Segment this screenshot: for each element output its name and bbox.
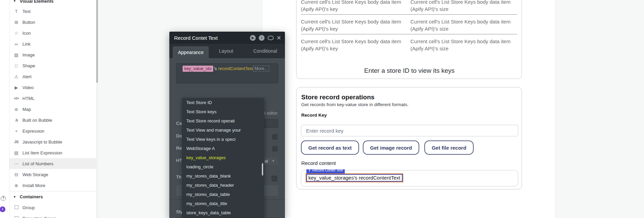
palette-item-image[interactable]: ▨Image [10, 49, 96, 60]
store-id-empty-message[interactable]: Enter a store ID to view its keys [296, 67, 522, 74]
key-cell-text[interactable]: Current cell's List Store Keys body data… [301, 18, 413, 32]
autocomplete-option[interactable]: my_stores_data_table [182, 190, 264, 199]
palette-item-video[interactable]: ▶Video [10, 82, 96, 93]
autocomplete-option[interactable]: my_stores_data_blank [182, 171, 264, 181]
comment-icon[interactable] [268, 36, 274, 40]
record-content-expression[interactable]: key_value_storages's recordContentText [306, 174, 403, 182]
property-label-fragment-2: Do [176, 133, 182, 138]
palette-item-icon[interactable]: ☆Icon [10, 28, 96, 38]
selected-text-element[interactable]: key_value_storages's recordContentText [306, 173, 403, 182]
store-card-subtitle[interactable]: Get records from key-value store in diff… [301, 102, 409, 107]
expression-field-token[interactable]: recordContentText [218, 66, 253, 71]
property-label-fragment-4: HT [176, 158, 182, 163]
dropdown-scrollbar-thumb[interactable] [262, 163, 263, 175]
palette-item-label: Icon [22, 31, 31, 36]
palette-item-label: Alert [22, 74, 32, 79]
palette-item-alert[interactable]: ⚠Alert [10, 71, 96, 82]
image-icon: ▨ [13, 52, 20, 57]
get-image-record-button[interactable]: Get image record [363, 140, 419, 155]
video-icon: ▶ [13, 85, 20, 90]
checkbox-2[interactable] [272, 146, 277, 151]
tab-layout[interactable]: Layout [213, 44, 240, 58]
record-key-label[interactable]: Record Key [301, 113, 327, 118]
expression-token-selected[interactable]: key_value_sto [183, 66, 213, 72]
key-cell-text[interactable]: Current cell's List Store Keys body data… [301, 38, 413, 52]
map-pin-icon: ⊚ [13, 107, 20, 112]
group-icon [13, 205, 20, 210]
text-icon: T [13, 9, 20, 14]
preview-play-icon[interactable]: ▶ [250, 35, 256, 41]
tab-conditional[interactable]: Conditional [248, 44, 282, 58]
autocomplete-option[interactable]: Text View and manage your [182, 125, 264, 135]
autocomplete-option[interactable]: my_stores_data_title [182, 199, 264, 208]
info-icon[interactable]: i [259, 35, 265, 41]
palette-section-label: Containers [20, 194, 43, 199]
record-content-label[interactable]: Record content [301, 160, 336, 166]
palette-item-web-storage[interactable]: ⊟Web Storage [10, 169, 96, 180]
help-icon[interactable]: ? [1, 196, 6, 201]
expression-more-button[interactable]: More... [253, 66, 269, 72]
palette-item-map[interactable]: ⊚Map [10, 104, 96, 115]
autocomplete-option[interactable]: Text Store keys [182, 107, 264, 116]
palette-item-javascript-to-bubble[interactable]: JSJavascript to Bubble [10, 136, 96, 147]
autocomplete-option[interactable]: Text Store record operati [182, 116, 264, 125]
app-edge-strip: ? I [0, 0, 10, 218]
get-record-as-text-button[interactable]: Get record as text [301, 140, 359, 155]
text-expression-field[interactable]: key_value_sto 's recordContentText More.… [176, 63, 278, 83]
palette-item-label: Text [22, 9, 31, 14]
size-cell-text[interactable]: Current cell's List Store Keys body data… [410, 18, 523, 32]
plus-icon: + [13, 129, 20, 134]
record-key-input[interactable] [301, 125, 518, 136]
store-record-operations-card[interactable]: Store record operations Get records from… [296, 87, 522, 189]
palette-item-html[interactable]: </>HTML [10, 93, 96, 104]
autocomplete-option[interactable]: Text Store ID [182, 98, 264, 107]
property-editor-titlebar[interactable]: Record Contet Text ▶ i × [169, 32, 285, 44]
checkbox-1[interactable] [272, 134, 277, 139]
autocomplete-option[interactable]: my_stores_data_header [182, 181, 264, 190]
palette-item-link[interactable]: ∞Link [10, 38, 96, 49]
palette-scrollbar[interactable] [96, 0, 98, 218]
text-element-icon: T [308, 169, 310, 172]
autocomplete-option[interactable]: store_keys_data_table [182, 208, 264, 217]
property-editor-body: key_value_sto 's recordContentText More.… [169, 58, 285, 218]
key-cell-text[interactable]: Current cell's List Store Keys body data… [301, 0, 413, 13]
clipboard-icon: ▤ [13, 150, 20, 155]
palette-section-header-containers[interactable]: ▼Containers [10, 191, 96, 202]
close-icon[interactable]: × [277, 35, 281, 41]
autocomplete-option[interactable]: WebStorage A [182, 144, 264, 153]
get-file-record-button[interactable]: Get file record [424, 140, 474, 155]
size-cell-text[interactable]: Current cell's List Store Keys body data… [410, 0, 523, 13]
repeating-group-icon [13, 216, 20, 218]
autocomplete-option[interactable]: loading_circle [182, 162, 264, 171]
property-label-fragment-5: Th [176, 174, 181, 180]
property-editor-window: Record Contet Text ▶ i × AppearanceLayou… [169, 32, 285, 218]
palette-item-label: Map [22, 107, 31, 112]
chevron-down-icon: ▼ [272, 157, 275, 165]
palette-item-list-of-numbers[interactable]: ⋯List of Numbers [10, 158, 96, 169]
palette-item-group[interactable]: Group [10, 202, 96, 213]
store-keys-card[interactable]: Enter a store ID to view its keys Curren… [296, 0, 522, 79]
autocomplete-option[interactable]: Text View keys in a speci [182, 135, 264, 144]
intercom-chat-icon[interactable]: I [0, 206, 5, 212]
palette-item-text[interactable]: TText [10, 6, 96, 17]
palette-item-button[interactable]: ⊞Button [10, 17, 96, 28]
autocomplete-option[interactable]: key_value_storages [182, 153, 264, 162]
shape-icon: □ [13, 63, 20, 68]
palette-item-list-item-expression[interactable]: ▤List Item Expression [10, 147, 96, 158]
caret-down-icon: ▼ [10, 195, 20, 199]
palette-item-install-more[interactable]: ⊕Install More [10, 180, 96, 191]
tab-appearance[interactable]: Appearance [173, 46, 209, 58]
palette-item-expression[interactable]: +Expression [10, 125, 96, 136]
property-label-fragment-3: Re [176, 146, 182, 151]
palette-item-shape[interactable]: □Shape [10, 60, 96, 71]
size-cell-text[interactable]: Current cell's List Store Keys body data… [410, 38, 523, 52]
palette-item-repeating-group[interactable]: Repeating Group [10, 213, 96, 218]
store-card-title[interactable]: Store record operations [301, 94, 374, 101]
rich-text-editor-hint-fragment[interactable]: xt editor [262, 111, 277, 116]
palette-item-label: Expression [22, 129, 44, 134]
repeating-group-icon [15, 216, 18, 218]
palette-item-built-on-bubble[interactable]: .bBuilt on Bubble [10, 115, 96, 125]
palette-scrollbar-thumb[interactable] [96, 0, 98, 83]
row-divider [301, 34, 517, 34]
checkbox-3[interactable] [272, 176, 277, 181]
